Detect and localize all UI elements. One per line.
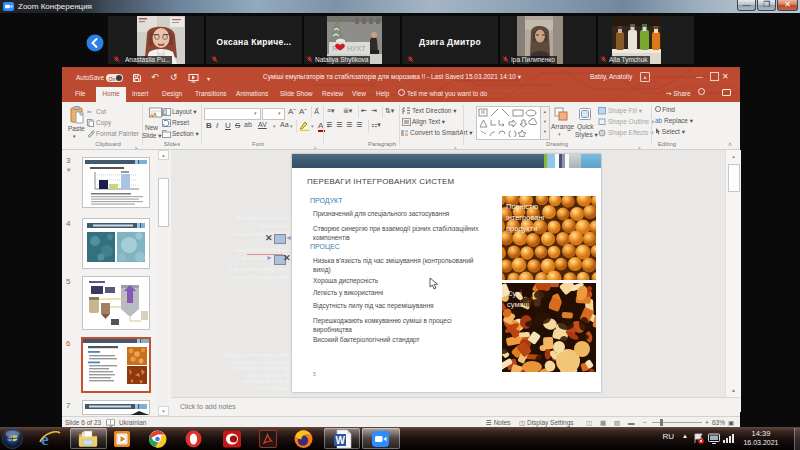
svg-text:НУХТ: НУХТ: [347, 45, 366, 52]
svg-text:інтегровані: інтегровані: [506, 213, 545, 222]
svg-text:W: W: [336, 435, 346, 446]
svg-text:Повністю: Повністю: [506, 202, 539, 211]
svg-text:Сухі: Сухі: [507, 289, 522, 298]
svg-text:суміші: суміші: [507, 300, 529, 309]
svg-text:продукти: продукти: [506, 224, 537, 233]
